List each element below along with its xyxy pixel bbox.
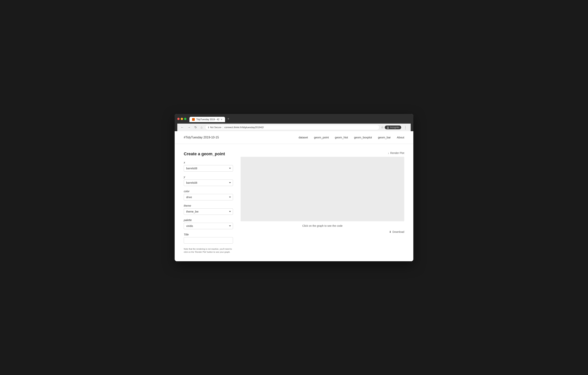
tab-favicon bbox=[192, 118, 195, 121]
nav-geom-boxplot[interactable]: geom_boxplot bbox=[354, 136, 372, 139]
download-button[interactable]: ⬇ Download bbox=[389, 230, 404, 233]
page-content: #TidyTuesday 2019-10-15 dataset geom_poi… bbox=[175, 131, 413, 261]
incognito-badge: Incognito bbox=[385, 125, 401, 129]
color-select[interactable]: drive bbox=[184, 194, 233, 200]
more-options-button[interactable]: ⋮ bbox=[402, 125, 409, 130]
nav-about[interactable]: About bbox=[397, 136, 404, 139]
palette-select[interactable]: viridis bbox=[184, 223, 233, 229]
not-secure-icon: ℹ bbox=[208, 126, 209, 129]
incognito-icon bbox=[387, 126, 389, 129]
home-button[interactable]: ⌂ bbox=[200, 125, 204, 130]
right-panel: ↓ Render Plot Click on the graph to see … bbox=[241, 152, 404, 254]
main-area: Create a geom_point x barrels08 y barrel… bbox=[175, 144, 413, 261]
browser-window: TidyTuesday 2019 - 42 × + ← → ↻ ⌂ ℹ Not … bbox=[175, 114, 413, 261]
site-title: #TidyTuesday 2019-10-15 bbox=[184, 136, 219, 139]
nav-geom-bar[interactable]: geom_bar bbox=[378, 136, 391, 139]
form-group-palette: palette viridis bbox=[184, 219, 233, 229]
browser-nav-bar: ← → ↻ ⌂ ℹ Not Secure | connect.thinkr.fr… bbox=[177, 124, 411, 131]
site-header: #TidyTuesday 2019-10-15 dataset geom_poi… bbox=[175, 131, 413, 144]
nav-actions: ☆ Incognito ⋮ bbox=[381, 125, 409, 130]
form-note: Note that the rendering is not reactive,… bbox=[184, 247, 233, 254]
incognito-label: Incognito bbox=[390, 126, 399, 129]
active-tab[interactable]: TidyTuesday 2019 - 42 × bbox=[189, 117, 225, 122]
color-label: color bbox=[184, 190, 233, 193]
download-icon: ⬇ bbox=[389, 230, 391, 233]
palette-label: palette bbox=[184, 219, 233, 222]
render-controls: ↓ Render Plot bbox=[241, 152, 404, 154]
forward-button[interactable]: → bbox=[186, 125, 192, 130]
form-group-color: color drive bbox=[184, 190, 233, 200]
title-label: Title bbox=[184, 233, 233, 236]
render-btn-label: Render Plot bbox=[390, 152, 404, 154]
render-plot-button[interactable]: ↓ Render Plot bbox=[388, 152, 404, 154]
browser-controls: TidyTuesday 2019 - 42 × + bbox=[177, 116, 411, 122]
nav-geom-hist[interactable]: geom_hist bbox=[335, 136, 348, 139]
back-button[interactable]: ← bbox=[179, 125, 185, 130]
x-label: x bbox=[184, 161, 233, 164]
tab-close-button[interactable]: × bbox=[221, 118, 222, 121]
tab-bar: TidyTuesday 2019 - 42 × + bbox=[189, 116, 411, 122]
panel-title: Create a geom_point bbox=[184, 152, 233, 156]
y-select[interactable]: barrels08 bbox=[184, 179, 233, 186]
not-secure-label: Not Secure bbox=[210, 126, 221, 129]
refresh-button[interactable]: ↻ bbox=[193, 125, 198, 130]
theme-select[interactable]: theme_bw bbox=[184, 208, 233, 215]
url-separator: | bbox=[223, 126, 223, 129]
title-input[interactable] bbox=[184, 237, 233, 244]
minimize-traffic-light[interactable] bbox=[181, 118, 183, 120]
download-area: ⬇ Download bbox=[241, 230, 404, 233]
browser-titlebar: TidyTuesday 2019 - 42 × + ← → ↻ ⌂ ℹ Not … bbox=[175, 114, 413, 131]
y-label: y bbox=[184, 175, 233, 178]
plot-area[interactable] bbox=[241, 157, 404, 221]
plot-hint: Click on the graph to see the code bbox=[241, 224, 404, 227]
form-group-title: Title bbox=[184, 233, 233, 244]
bookmark-button[interactable]: ☆ bbox=[381, 125, 384, 129]
left-panel: Create a geom_point x barrels08 y barrel… bbox=[184, 152, 233, 254]
new-tab-button[interactable]: + bbox=[225, 116, 231, 122]
form-group-theme: theme theme_bw bbox=[184, 204, 233, 215]
download-btn-label: Download bbox=[392, 230, 404, 233]
nav-geom-point[interactable]: geom_point bbox=[314, 136, 329, 139]
svg-point-0 bbox=[387, 126, 388, 128]
form-group-y: y barrels08 bbox=[184, 175, 233, 186]
svg-point-1 bbox=[387, 128, 389, 129]
maximize-traffic-light[interactable] bbox=[184, 118, 186, 120]
url-text: connect.thinkr.fr/tidytuesday201942/ bbox=[224, 126, 264, 129]
address-bar[interactable]: ℹ Not Secure | connect.thinkr.fr/tidytue… bbox=[205, 125, 380, 130]
site-nav: dataset geom_point geom_hist geom_boxplo… bbox=[299, 136, 404, 139]
render-icon: ↓ bbox=[388, 152, 389, 154]
x-select[interactable]: barrels08 bbox=[184, 165, 233, 172]
tab-title: TidyTuesday 2019 - 42 bbox=[196, 118, 219, 121]
close-traffic-light[interactable] bbox=[177, 118, 179, 120]
traffic-lights bbox=[177, 118, 186, 120]
nav-dataset[interactable]: dataset bbox=[299, 136, 308, 139]
theme-label: theme bbox=[184, 204, 233, 207]
form-group-x: x barrels08 bbox=[184, 161, 233, 172]
